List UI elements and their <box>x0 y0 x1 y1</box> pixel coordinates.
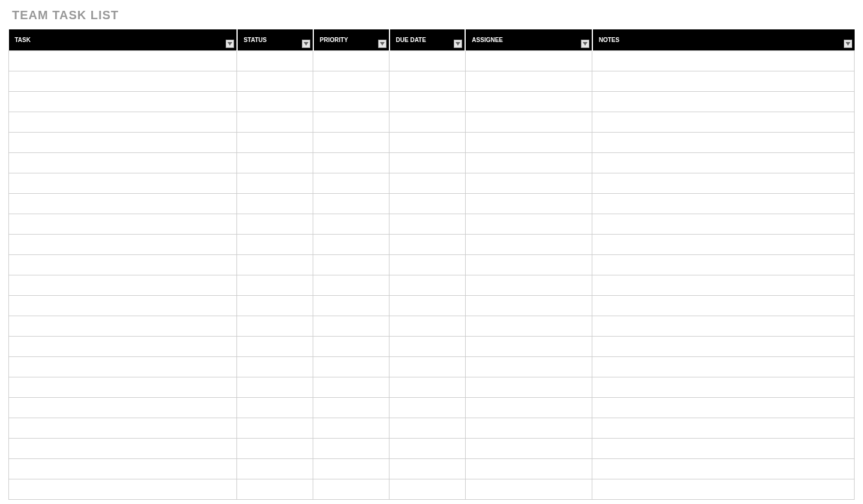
cell-due[interactable] <box>389 377 466 398</box>
cell-due[interactable] <box>389 418 466 439</box>
cell-assignee[interactable] <box>465 398 592 418</box>
cell-priority[interactable] <box>313 377 389 398</box>
cell-assignee[interactable] <box>465 255 592 275</box>
cell-task[interactable] <box>9 235 237 255</box>
cell-status[interactable] <box>237 275 313 296</box>
cell-assignee[interactable] <box>465 459 592 479</box>
cell-assignee[interactable] <box>465 337 592 357</box>
cell-status[interactable] <box>237 92 313 112</box>
filter-dropdown-assignee[interactable] <box>581 40 589 48</box>
cell-due[interactable] <box>389 194 466 214</box>
cell-task[interactable] <box>9 275 237 296</box>
cell-due[interactable] <box>389 459 466 479</box>
cell-task[interactable] <box>9 398 237 418</box>
cell-status[interactable] <box>237 377 313 398</box>
cell-due[interactable] <box>389 439 466 459</box>
cell-notes[interactable] <box>592 112 855 133</box>
cell-assignee[interactable] <box>465 296 592 316</box>
cell-assignee[interactable] <box>465 479 592 500</box>
cell-priority[interactable] <box>313 459 389 479</box>
cell-priority[interactable] <box>313 173 389 194</box>
cell-due[interactable] <box>389 214 466 235</box>
cell-status[interactable] <box>237 459 313 479</box>
filter-dropdown-task[interactable] <box>226 40 234 48</box>
cell-task[interactable] <box>9 296 237 316</box>
cell-task[interactable] <box>9 71 237 92</box>
cell-due[interactable] <box>389 133 466 153</box>
cell-priority[interactable] <box>313 418 389 439</box>
cell-task[interactable] <box>9 418 237 439</box>
filter-dropdown-status[interactable] <box>302 40 310 48</box>
cell-assignee[interactable] <box>465 377 592 398</box>
cell-notes[interactable] <box>592 153 855 173</box>
cell-task[interactable] <box>9 439 237 459</box>
cell-notes[interactable] <box>592 337 855 357</box>
cell-status[interactable] <box>237 214 313 235</box>
cell-notes[interactable] <box>592 398 855 418</box>
cell-priority[interactable] <box>313 133 389 153</box>
cell-status[interactable] <box>237 337 313 357</box>
cell-notes[interactable] <box>592 459 855 479</box>
cell-assignee[interactable] <box>465 51 592 71</box>
cell-status[interactable] <box>237 479 313 500</box>
cell-status[interactable] <box>237 153 313 173</box>
cell-task[interactable] <box>9 133 237 153</box>
cell-status[interactable] <box>237 194 313 214</box>
cell-priority[interactable] <box>313 316 389 337</box>
cell-priority[interactable] <box>313 337 389 357</box>
cell-task[interactable] <box>9 51 237 71</box>
cell-assignee[interactable] <box>465 439 592 459</box>
cell-priority[interactable] <box>313 398 389 418</box>
cell-due[interactable] <box>389 92 466 112</box>
cell-due[interactable] <box>389 479 466 500</box>
cell-assignee[interactable] <box>465 316 592 337</box>
cell-status[interactable] <box>237 235 313 255</box>
cell-due[interactable] <box>389 296 466 316</box>
cell-assignee[interactable] <box>465 173 592 194</box>
cell-priority[interactable] <box>313 194 389 214</box>
cell-priority[interactable] <box>313 112 389 133</box>
cell-status[interactable] <box>237 71 313 92</box>
cell-task[interactable] <box>9 377 237 398</box>
cell-task[interactable] <box>9 153 237 173</box>
cell-due[interactable] <box>389 112 466 133</box>
cell-status[interactable] <box>237 51 313 71</box>
cell-priority[interactable] <box>313 51 389 71</box>
cell-task[interactable] <box>9 357 237 377</box>
cell-notes[interactable] <box>592 357 855 377</box>
cell-due[interactable] <box>389 51 466 71</box>
cell-priority[interactable] <box>313 275 389 296</box>
cell-priority[interactable] <box>313 479 389 500</box>
cell-notes[interactable] <box>592 71 855 92</box>
cell-status[interactable] <box>237 112 313 133</box>
cell-task[interactable] <box>9 255 237 275</box>
cell-priority[interactable] <box>313 357 389 377</box>
cell-assignee[interactable] <box>465 418 592 439</box>
cell-status[interactable] <box>237 296 313 316</box>
cell-due[interactable] <box>389 337 466 357</box>
cell-notes[interactable] <box>592 377 855 398</box>
cell-priority[interactable] <box>313 153 389 173</box>
cell-assignee[interactable] <box>465 357 592 377</box>
filter-dropdown-due-date[interactable] <box>454 40 462 48</box>
cell-assignee[interactable] <box>465 71 592 92</box>
cell-task[interactable] <box>9 173 237 194</box>
filter-dropdown-notes[interactable] <box>844 40 852 48</box>
cell-task[interactable] <box>9 459 237 479</box>
cell-status[interactable] <box>237 418 313 439</box>
cell-priority[interactable] <box>313 92 389 112</box>
cell-status[interactable] <box>237 439 313 459</box>
cell-status[interactable] <box>237 133 313 153</box>
cell-due[interactable] <box>389 255 466 275</box>
cell-due[interactable] <box>389 398 466 418</box>
cell-notes[interactable] <box>592 133 855 153</box>
cell-priority[interactable] <box>313 439 389 459</box>
cell-notes[interactable] <box>592 214 855 235</box>
cell-due[interactable] <box>389 235 466 255</box>
cell-task[interactable] <box>9 194 237 214</box>
cell-due[interactable] <box>389 275 466 296</box>
cell-priority[interactable] <box>313 255 389 275</box>
cell-notes[interactable] <box>592 255 855 275</box>
cell-assignee[interactable] <box>465 153 592 173</box>
cell-due[interactable] <box>389 316 466 337</box>
